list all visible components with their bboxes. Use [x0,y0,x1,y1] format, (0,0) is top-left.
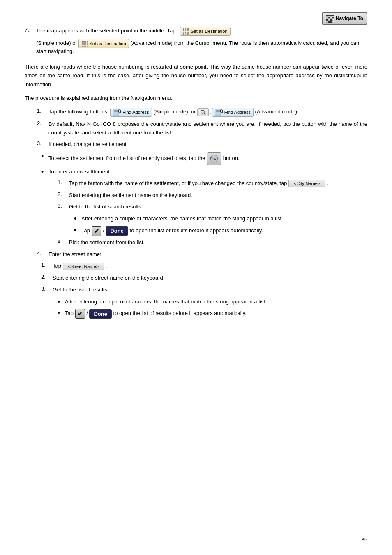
sub-bullet-1: • After entering a couple of characters,… [74,215,367,224]
comma-space: , [210,108,211,116]
svg-rect-34 [85,41,86,42]
svg-rect-33 [83,41,85,42]
set-destination-label-2: Set as Destination [89,41,126,46]
svg-rect-21 [185,30,186,31]
svg-rect-42 [85,44,86,45]
done-button-2[interactable]: Done [89,309,112,319]
destination-icon [183,28,189,35]
numbered-list: 1. Tap the following buttons: Find Addre… [37,108,367,149]
sub-step-1: 1. Tap the button with the name of the s… [58,179,367,188]
sub-bullet-dot-1: • [74,215,78,224]
svg-rect-25 [185,32,186,33]
sub-step-4-number: 4. [58,238,66,245]
sub-step-2-text: Start entering the settlement name on th… [69,191,367,200]
sub-bullet-2: • Tap ✔ / Done to open the list of resul… [74,226,367,236]
step-4-container: 4. Enter the street name: [37,250,367,259]
step-2: 2. By default, Nav N Go iGO 8 proposes t… [37,120,367,137]
check-button[interactable]: ✔ [92,226,101,236]
slash-sep: / [103,227,106,234]
city-name-button[interactable]: <City Name> [288,180,325,187]
svg-rect-3 [332,15,334,16]
find-address-label: Find Address [122,110,149,115]
procedure-intro: The procedure is explained starting from… [25,94,367,102]
svg-line-53 [120,112,121,113]
sub-step-3-text: Get to the list of search results: [69,203,367,211]
street-name-button[interactable]: <Street Name> [63,263,104,270]
destination-icon-2 [81,40,88,47]
svg-rect-0 [326,15,328,16]
find-icon [200,109,206,115]
step-3: 3. If needed, change the settlement: [37,140,367,149]
done-button[interactable]: Done [106,226,128,236]
done-label: Done [110,228,124,234]
step-4-sub3-bullets: • After entering a couple of characters,… [58,298,367,319]
header-row: Navigate To [25,12,367,25]
find-btn-pair: , Find Address [197,108,254,117]
history-text-after: button. [223,155,240,162]
slash-sep-2: / [86,310,89,317]
find-button[interactable] [197,108,209,116]
svg-rect-6 [330,17,332,18]
step-4-sub-2-text: Start entering the street name on the ke… [53,274,367,282]
step-1: 1. Tap the following buttons: Find Addre… [37,108,367,117]
find-address-button[interactable]: Find Address [110,108,152,117]
tap-label-1: Tap [81,227,92,234]
sub-step-3-bullets: • After entering a couple of characters,… [74,215,367,236]
check-button-2[interactable]: ✔ [75,309,85,319]
svg-rect-26 [187,32,188,33]
svg-line-55 [204,113,205,115]
svg-rect-30 [187,33,188,35]
svg-rect-38 [85,42,86,44]
svg-rect-17 [185,28,186,30]
svg-line-61 [222,112,223,113]
step4-bullet-2-text: Tap ✔ / Done to open the list of results… [65,309,367,319]
bullet-dot-1: • [41,152,45,161]
step-4-sub-2-number: 2. [41,274,49,280]
svg-rect-35 [87,41,88,42]
svg-rect-24 [183,32,184,33]
svg-rect-11 [332,19,334,21]
svg-rect-4 [326,17,328,18]
svg-rect-10 [330,19,332,21]
step-3-bullets: • To select the settlement from the list… [41,152,367,247]
svg-rect-16 [183,28,184,30]
svg-point-54 [201,110,204,113]
done-label-2: Done [94,311,107,317]
bullet-dot-2: • [41,168,45,177]
svg-rect-9 [328,19,330,21]
sub-bullet-2-after: to open the list of results before it ap… [130,227,263,234]
svg-rect-45 [83,46,85,47]
history-button[interactable] [207,152,221,165]
step-4-sub-3: 3. Get to the list of results: [41,286,367,294]
svg-rect-27 [188,32,189,33]
set-destination-button-2[interactable]: Set as Destination [78,39,129,48]
checkmark-icon: ✔ [94,228,99,234]
step-1-number: 1. [37,108,45,114]
navigate-to-button[interactable]: Navigate To [322,12,367,25]
step-4-sub-1-number: 1. [41,262,49,268]
step-4-tap-label: Tap [53,263,63,269]
page-number: 35 [362,536,367,543]
step-3-text: If needed, change the settlement: [48,140,367,149]
step-7-text-before: The map appears with the selected point … [36,28,175,34]
city-name-label: <City Name> [294,181,320,186]
svg-rect-22 [187,30,188,31]
svg-rect-48 [113,109,119,116]
svg-rect-7 [332,17,334,18]
navigate-to-label: Navigate To [336,16,363,21]
find-address-button-2[interactable]: Find Address [212,108,254,117]
step-4-sub-1: 1. Tap <Street Name> . [41,262,367,271]
set-destination-button[interactable]: Set as Destination [180,27,230,36]
checkmark-icon-2: ✔ [78,310,83,317]
step4-bullet-1: • After entering a couple of characters,… [58,298,367,307]
svg-rect-32 [82,41,83,42]
history-text-before: To select the settlement from the list o… [48,155,207,162]
page-content: Navigate To 7. The map appears with the … [25,12,367,319]
step4-bullet-1-text: After entering a couple of characters, t… [65,298,367,306]
navigate-to-icon [326,14,334,23]
bullet-history-text: To select the settlement from the list o… [48,152,367,165]
step-4-sub-3-text: Get to the list of results: [53,286,367,294]
step4-bullet-dot-1: • [58,298,62,307]
step-1-text-before: Tap the following buttons: [48,109,110,115]
step-7-number: 7. [25,27,33,33]
